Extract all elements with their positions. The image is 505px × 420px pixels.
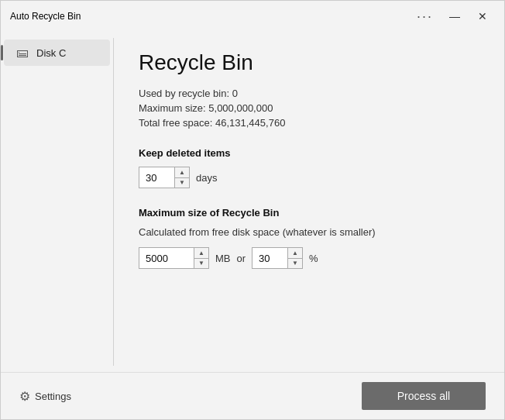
sidebar-item-label: Disk C bbox=[36, 47, 66, 59]
percent-spinner[interactable]: ▲ ▼ bbox=[252, 247, 303, 269]
footer: ⚙ Settings Process all bbox=[1, 372, 504, 419]
page-title: Recycle Bin bbox=[139, 50, 479, 75]
percent-up-button[interactable]: ▲ bbox=[288, 248, 302, 259]
more-options-icon[interactable]: ··· bbox=[411, 5, 439, 28]
mb-input[interactable] bbox=[139, 248, 194, 268]
sidebar-item-disk-c[interactable]: 🖴 Disk C bbox=[4, 40, 110, 66]
keep-input-row: ▲ ▼ days bbox=[139, 167, 479, 188]
title-bar-controls: ··· — ✕ bbox=[411, 4, 495, 29]
mb-spinner[interactable]: ▲ ▼ bbox=[139, 247, 209, 269]
mb-up-button[interactable]: ▲ bbox=[194, 248, 208, 259]
app-title: Auto Recycle Bin bbox=[10, 11, 81, 22]
max-size-sublabel: Calculated from free disk space (whateve… bbox=[139, 226, 479, 238]
content-area: 🖴 Disk C Recycle Bin Used by recycle bin… bbox=[1, 32, 504, 372]
mb-down-button[interactable]: ▼ bbox=[194, 259, 208, 269]
max-size-section: Maximum size of Recycle Bin Calculated f… bbox=[139, 207, 479, 269]
close-button[interactable]: ✕ bbox=[470, 4, 495, 29]
settings-link[interactable]: ⚙ Settings bbox=[19, 389, 71, 404]
main-content: Recycle Bin Used by recycle bin: 0 Maxim… bbox=[114, 32, 504, 372]
mb-spinner-buttons: ▲ ▼ bbox=[194, 248, 208, 268]
keep-days-down-button[interactable]: ▼ bbox=[175, 178, 189, 188]
mb-label: MB bbox=[215, 253, 231, 264]
keep-days-spinner[interactable]: ▲ ▼ bbox=[139, 167, 190, 188]
max-size-input-row: ▲ ▼ MB or ▲ ▼ % bbox=[139, 247, 479, 269]
percent-down-button[interactable]: ▼ bbox=[288, 259, 302, 269]
percent-spinner-buttons: ▲ ▼ bbox=[287, 248, 302, 268]
settings-gear-icon: ⚙ bbox=[19, 389, 30, 404]
process-all-button[interactable]: Process all bbox=[362, 382, 486, 410]
percent-input[interactable] bbox=[252, 248, 287, 268]
app-window: Auto Recycle Bin ··· — ✕ 🖴 Disk C Recycl… bbox=[0, 0, 505, 420]
max-size-section-title: Maximum size of Recycle Bin bbox=[139, 207, 479, 219]
used-info: Used by recycle bin: 0 bbox=[139, 88, 479, 99]
settings-label: Settings bbox=[35, 391, 71, 402]
days-label: days bbox=[196, 172, 217, 184]
percent-label: % bbox=[309, 253, 318, 264]
keep-days-spinner-buttons: ▲ ▼ bbox=[174, 167, 189, 188]
disk-icon: 🖴 bbox=[16, 46, 29, 60]
title-bar: Auto Recycle Bin ··· — ✕ bbox=[1, 1, 504, 32]
free-space-info: Total free space: 46,131,445,760 bbox=[139, 117, 479, 129]
or-label: or bbox=[237, 253, 246, 264]
sidebar: 🖴 Disk C bbox=[1, 32, 113, 372]
keep-section-title: Keep deleted items bbox=[139, 147, 479, 159]
keep-days-up-button[interactable]: ▲ bbox=[175, 167, 189, 178]
keep-section: Keep deleted items ▲ ▼ days bbox=[139, 147, 479, 188]
max-size-info: Maximum size: 5,000,000,000 bbox=[139, 102, 479, 114]
minimize-button[interactable]: — bbox=[442, 4, 467, 29]
keep-days-input[interactable] bbox=[139, 167, 174, 188]
